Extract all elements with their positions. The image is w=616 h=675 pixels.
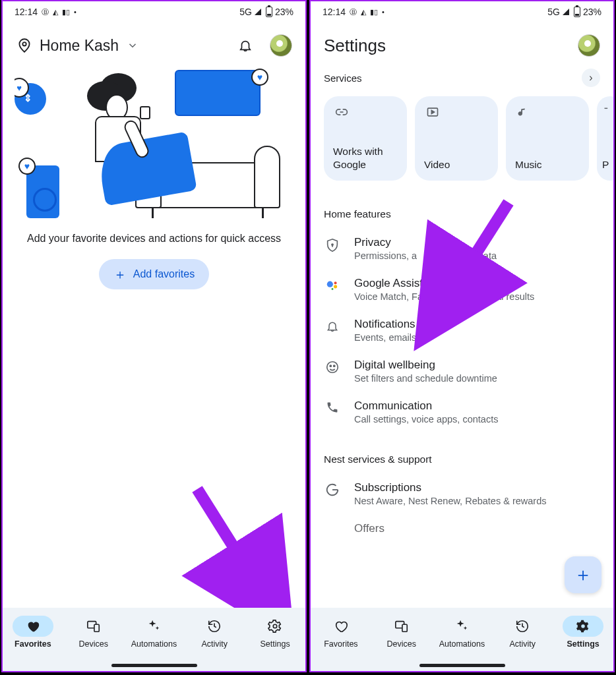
shield-icon xyxy=(324,236,341,253)
history-icon xyxy=(515,619,530,633)
services-row[interactable]: Services › xyxy=(311,65,613,94)
nav-settings[interactable]: Settings xyxy=(553,616,613,649)
signal-icon xyxy=(255,9,261,15)
battery-icon xyxy=(264,7,272,17)
history-icon xyxy=(207,619,222,633)
nest-services-heading: Nest services & support xyxy=(311,432,613,473)
nav-settings[interactable]: Settings xyxy=(245,616,305,649)
home-name-dropdown[interactable]: Home Kash xyxy=(40,37,119,55)
nav-automations[interactable]: Automations xyxy=(432,616,491,649)
nav-favorites[interactable]: Favorites xyxy=(311,616,371,649)
phone-right-settings: 12:14 Ⓑ ◭ ▮▯ • 5G 23% Settings Services … xyxy=(309,0,615,672)
svg-point-13 xyxy=(334,365,335,367)
svg-point-17 xyxy=(581,624,585,628)
plus-icon: ＋ xyxy=(574,562,592,587)
gear-icon xyxy=(576,619,590,633)
nav-devices[interactable]: Devices xyxy=(64,616,123,649)
profile-avatar[interactable] xyxy=(270,34,292,57)
page-title: Settings xyxy=(324,36,386,56)
item-digital-wellbeing[interactable]: Digital wellbeing Set filters and schedu… xyxy=(311,351,613,392)
status-battery-pct: 23% xyxy=(275,7,293,17)
music-note-icon xyxy=(515,105,580,120)
settings-header: Settings xyxy=(311,20,613,65)
profile-avatar[interactable] xyxy=(578,34,600,57)
status-icon: ◭ xyxy=(361,8,366,16)
nav-activity[interactable]: Activity xyxy=(185,616,244,649)
video-icon xyxy=(424,105,489,119)
sparkles-icon xyxy=(454,619,470,633)
card-works-with-google[interactable]: Works with Google xyxy=(324,96,407,181)
status-network: 5G xyxy=(547,7,560,17)
status-dot: • xyxy=(74,8,77,16)
devices-icon xyxy=(394,619,410,633)
sparkles-icon xyxy=(146,619,162,633)
heart-icon xyxy=(26,619,40,633)
svg-point-10 xyxy=(332,288,334,290)
svg-line-1 xyxy=(197,489,270,604)
bell-icon xyxy=(324,318,341,334)
card-video[interactable]: Video xyxy=(415,96,498,181)
notifications-bell-icon[interactable] xyxy=(238,38,263,53)
item-notifications[interactable]: Notifications Events, emails xyxy=(311,310,613,351)
heart-icon xyxy=(334,619,348,633)
svg-point-4 xyxy=(273,624,277,628)
svg-point-8 xyxy=(334,281,337,284)
google-g-icon xyxy=(324,481,341,497)
nav-activity[interactable]: Activity xyxy=(493,616,552,649)
fab-add-button[interactable]: ＋ xyxy=(565,556,601,593)
gear-icon xyxy=(268,619,282,633)
annotation-arrow xyxy=(184,483,303,621)
signal-icon xyxy=(563,9,569,15)
chevron-right-icon: › xyxy=(582,69,600,87)
item-subscriptions[interactable]: Subscriptions Nest Aware, Nest Renew, Re… xyxy=(311,473,613,514)
bottom-nav: Favorites Devices Automations Activity S… xyxy=(311,608,613,671)
svg-point-12 xyxy=(330,365,331,367)
home-header: Home Kash xyxy=(3,20,305,63)
favorites-hint-text: Add your favorite devices and actions fo… xyxy=(3,225,305,255)
service-cards-scroller[interactable]: Works with Google Video Music P xyxy=(311,94,613,187)
status-dot: • xyxy=(382,8,385,16)
item-google-assistant[interactable]: Google Assistant Voice Match, Face Match… xyxy=(311,269,613,310)
nav-automations[interactable]: Automations xyxy=(124,616,183,649)
item-privacy[interactable]: Privacy Permissions, accot activity & da… xyxy=(311,228,613,269)
bottom-nav: Favorites Devices Automations Activity S… xyxy=(3,608,305,671)
home-features-heading: Home features xyxy=(311,187,613,228)
add-favorites-button[interactable]: ＋ Add favorites xyxy=(99,259,209,289)
status-bar: 12:14 Ⓑ ◭ ▮▯ • 5G 23% xyxy=(3,1,305,20)
status-icon: ◭ xyxy=(53,8,58,16)
card-partial[interactable]: P xyxy=(597,96,613,181)
services-label: Services xyxy=(324,73,362,84)
status-bar: 12:14 Ⓑ ◭ ▮▯ • 5G 23% xyxy=(311,1,613,20)
gesture-handle[interactable] xyxy=(419,664,505,667)
status-network: 5G xyxy=(239,7,252,17)
assistant-icon xyxy=(324,277,341,293)
gesture-handle[interactable] xyxy=(111,664,197,667)
wellbeing-icon xyxy=(324,359,341,374)
favorites-illustration: ♥⇕ ♥ ♥ xyxy=(3,63,305,225)
item-offers[interactable]: Offers xyxy=(311,514,613,544)
partial-icon xyxy=(602,105,613,117)
svg-point-6 xyxy=(332,244,333,245)
svg-rect-3 xyxy=(94,624,99,631)
nav-devices[interactable]: Devices xyxy=(372,616,431,649)
link-icon xyxy=(333,105,398,119)
status-icon: ▮▯ xyxy=(370,8,378,16)
tag-icon xyxy=(324,522,341,523)
chevron-down-icon[interactable] xyxy=(127,40,139,51)
status-time: 12:14 xyxy=(15,7,38,17)
plus-icon: ＋ xyxy=(113,266,127,283)
card-music[interactable]: Music xyxy=(506,96,589,181)
item-communication[interactable]: Communication Call settings, voice apps,… xyxy=(311,392,613,432)
svg-point-9 xyxy=(334,285,337,288)
svg-point-7 xyxy=(327,281,333,287)
status-icon: Ⓑ xyxy=(350,7,357,17)
devices-icon xyxy=(86,619,102,633)
svg-rect-16 xyxy=(402,624,407,631)
status-icon: ▮▯ xyxy=(62,8,70,16)
location-pin-icon xyxy=(16,37,33,54)
add-favorites-label: Add favorites xyxy=(133,268,195,280)
status-battery-pct: 23% xyxy=(583,7,601,17)
nav-favorites[interactable]: Favorites xyxy=(3,616,63,649)
battery-icon xyxy=(572,7,580,17)
status-icon: Ⓑ xyxy=(42,7,49,17)
